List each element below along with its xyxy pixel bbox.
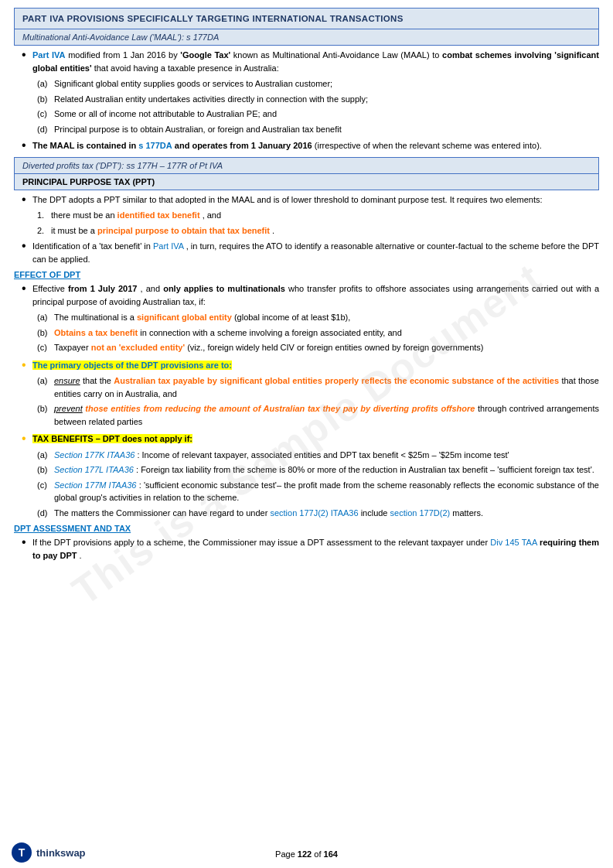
maal-header: Multinational Anti-Avoidance Law ('MAAL'… xyxy=(14,29,599,46)
text-span: (irrespective of when the relevant schem… xyxy=(315,141,542,150)
ensure-word: ensure xyxy=(54,376,80,385)
content-area: PART IVA PROVISIONS SPECIFICALLY TARGETI… xyxy=(0,0,613,596)
principal-purpose: principal purpose to obtain that tax ben… xyxy=(97,226,270,235)
sub-item-b: (b) Related Australian entity undertakes… xyxy=(37,93,599,106)
sub-text-d: Principal purpose is to obtain Australia… xyxy=(54,123,599,136)
section177j2: section 177J(2) ITAA36 xyxy=(270,508,358,518)
maal-bullet-2: • The MAAL is contained in s 177DA and o… xyxy=(14,139,599,152)
text-span: , and xyxy=(203,210,221,220)
effect-sub-b: (b) Obtains a tax benefit in connection … xyxy=(37,326,599,340)
effect-sub-c: (c) Taxpayer not an 'excluded entity' (v… xyxy=(37,341,599,354)
dpt-assess-text: If the DPT provisions apply to a scheme,… xyxy=(32,536,599,562)
operates-from: and operates from xyxy=(175,141,251,150)
sub-label-ec: (c) xyxy=(37,341,54,354)
ppt-bullet-2: • Identification of a 'tax benefit' in P… xyxy=(14,240,599,265)
dpt-header: Diverted profits tax ('DPT'): ss 177H – … xyxy=(14,157,599,174)
dpt-assess-header: DPT ASSESSMENT AND TAX xyxy=(14,524,599,533)
bullet-dot-effect: • xyxy=(22,282,32,308)
footer-page-total: 164 xyxy=(324,849,338,859)
ppt-bullet-text: The DPT adopts a PPT similar to that ado… xyxy=(32,193,599,207)
primary-sub-a: (a) ensure that the Australian tax payab… xyxy=(37,374,599,400)
footer-of: of xyxy=(314,849,323,859)
text-span: : Income of relevant taxpayer, associate… xyxy=(137,450,509,460)
sub-text-tc: Section 177M ITAA36 : 'sufficient econom… xyxy=(54,479,599,504)
footer-page-text: Page xyxy=(275,849,298,859)
text-span: , and xyxy=(141,284,164,293)
maal-bullet-1: • Part IVA modified from 1 Jan 2016 by '… xyxy=(14,49,599,74)
document-page: This is a Sample Document PART IVA PROVI… xyxy=(0,0,613,868)
effect-bullet-1: • Effective from 1 July 2017 , and only … xyxy=(14,282,599,308)
text-span: there must be an xyxy=(51,210,117,220)
sub-label-b: (b) xyxy=(37,93,54,106)
bullet-dot-dpt: • xyxy=(22,536,32,562)
maal-contained: The MAAL is contained in xyxy=(32,141,138,150)
effect-header: EFFECT OF DPT xyxy=(14,270,599,279)
text-span: Identification of a 'tax benefit' in xyxy=(32,241,153,251)
num-1: 1. xyxy=(37,209,51,222)
sub-label-ea: (a) xyxy=(37,311,54,324)
num-2: 2. xyxy=(37,224,51,238)
text-span: it must be a xyxy=(51,226,97,235)
footer-page-num: 122 xyxy=(298,849,312,859)
sub-text-a: Significant global entity supplies goods… xyxy=(54,77,599,91)
sub-label-eb: (b) xyxy=(37,326,54,340)
tax-benefits-text: TAX BENEFITS – DPT does not apply if: xyxy=(32,432,599,446)
text-span: The matters the Commissioner can have re… xyxy=(54,508,270,518)
text-span: that the xyxy=(83,376,114,385)
sub-text-c: Some or all of income not attributable t… xyxy=(54,108,599,121)
main-title: PART IVA PROVISIONS SPECIFICALLY TARGETI… xyxy=(14,8,599,29)
text-span: . xyxy=(272,226,274,235)
bullet-dot-yellow: • xyxy=(22,359,32,372)
maal-bullet-text: Part IVA modified from 1 Jan 2016 by 'Go… xyxy=(32,49,599,74)
num-text-1: there must be an identified tax benefit … xyxy=(51,209,599,222)
obtains-tax: Obtains a tax benefit xyxy=(54,328,138,337)
primary-objects-text: The primary objects of the DPT provision… xyxy=(32,359,599,372)
sub-text-ec: Taxpayer not an 'excluded entity' (viz.,… xyxy=(54,341,599,354)
thinkswap-logo-icon: T xyxy=(11,842,32,863)
text-span: modified from 1 Jan 2016 by xyxy=(68,50,180,60)
primary-sub-b: (b) prevent those entities from reducing… xyxy=(37,402,599,428)
text-span: : 'sufficient economic substance test'– … xyxy=(54,480,599,503)
sub-label-pb: (b) xyxy=(37,402,54,428)
text-span: that avoid having a taxable presence in … xyxy=(94,63,279,73)
bullet-dot-ppt: • xyxy=(22,193,32,207)
sub-label-td: (d) xyxy=(37,507,54,520)
text-span: (viz., foreign widely held CIV or foreig… xyxy=(187,343,483,352)
section177d2: section 177D(2) xyxy=(390,508,451,518)
tax-benefits-bullet: • TAX BENEFITS – DPT does not apply if: xyxy=(14,432,599,446)
tb-sub-d: (d) The matters the Commissioner can hav… xyxy=(37,507,599,520)
ppt-header: PRINCIPAL PURPOSE TAX (PPT) xyxy=(14,174,599,190)
tb-sub-a: (a) Section 177K ITAA36 : Income of rele… xyxy=(37,449,599,462)
tb-sub-c: (c) Section 177M ITAA36 : 'sufficient ec… xyxy=(37,479,599,504)
footer: Page 122 of 164 xyxy=(0,849,613,859)
sub-label-tb: (b) xyxy=(37,463,54,477)
ppt-bullet2-text: Identification of a 'tax benefit' in Par… xyxy=(32,240,599,265)
text-span: Taxpayer xyxy=(54,343,91,352)
sub-label-tc: (c) xyxy=(37,479,54,504)
sub-text-pa: ensure that the Australian tax payable b… xyxy=(54,374,599,400)
sub-text-b: Related Australian entity undertakes act… xyxy=(54,93,599,106)
text-span: matters. xyxy=(452,508,483,518)
sub-text-tb: Section 177L ITAA36 : Foreign tax liabil… xyxy=(54,463,599,477)
tax-benefits-label: TAX BENEFITS – DPT does not apply if: xyxy=(32,434,192,443)
logo-text: thinkswap xyxy=(36,847,86,859)
effect-bullet-text: Effective from 1 July 2017 , and only ap… xyxy=(32,282,599,308)
numbered-item-2: 2. it must be a principal purpose to obt… xyxy=(37,224,599,238)
sig-global-entity: significant global entity xyxy=(137,313,232,322)
numbered-item-1: 1. there must be an identified tax benef… xyxy=(37,209,599,222)
sub-label-d: (d) xyxy=(37,123,54,136)
section177m: Section 177M ITAA36 xyxy=(54,480,136,490)
maal-bullet2-text: The MAAL is contained in s 177DA and ope… xyxy=(32,139,599,152)
num-text-2: it must be a principal purpose to obtain… xyxy=(51,224,599,238)
bullet-dot-tb: • xyxy=(22,432,32,446)
effect-sub-a: (a) The multinational is a significant g… xyxy=(37,311,599,324)
sub-text-ta: Section 177K ITAA36 : Income of relevant… xyxy=(54,449,599,462)
s177da-ref: s 177DA xyxy=(138,141,172,150)
from-july: from 1 July 2017 xyxy=(68,284,137,293)
sub-text-ea: The multinational is a significant globa… xyxy=(54,311,599,324)
sub-label-pa: (a) xyxy=(37,374,54,400)
bullet-dot: • xyxy=(22,49,32,74)
text-span: The multinational is a xyxy=(54,313,137,322)
sub-label-a: (a) xyxy=(37,77,54,91)
text-span: : Foreign tax liability from the scheme … xyxy=(136,465,594,474)
